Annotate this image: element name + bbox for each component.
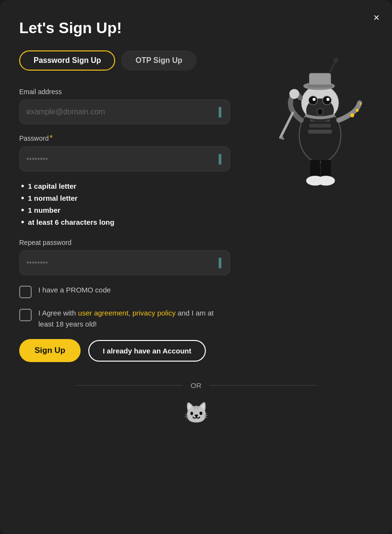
agree-checkbox[interactable] <box>19 309 32 321</box>
cat-face-icon[interactable]: 🐱 <box>184 401 209 425</box>
signup-modal: × Let's Sign Up! Password Sign Up OTP Si… <box>0 0 392 534</box>
promo-label: I have a PROMO code <box>38 285 111 296</box>
divider: OR <box>76 381 316 389</box>
agree-checkbox-row: I Agree with user agreement, privacy pol… <box>19 308 230 329</box>
email-input-wrapper: ║ <box>19 99 230 124</box>
password-toggle-icon[interactable]: ║ <box>217 154 223 164</box>
svg-point-17 <box>350 113 354 117</box>
repeat-password-label: Repeat password <box>19 239 230 246</box>
repeat-password-input-wrapper: ║ <box>19 250 230 275</box>
svg-point-10 <box>317 109 323 115</box>
privacy-policy-link[interactable]: privacy policy <box>132 309 176 317</box>
tab-password-signup[interactable]: Password Sign Up <box>19 50 115 71</box>
hint-length: at least 6 characters long <box>21 217 230 227</box>
svg-point-25 <box>317 176 335 186</box>
divider-line-right <box>209 385 316 386</box>
promo-checkbox[interactable] <box>19 286 32 298</box>
agree-label: I Agree with user agreement, privacy pol… <box>38 308 230 329</box>
svg-rect-2 <box>309 124 331 128</box>
svg-point-19 <box>360 103 362 105</box>
action-buttons: Sign Up I already have an Account <box>19 339 230 362</box>
divider-label: OR <box>190 381 202 389</box>
social-login-row: 🐱 <box>19 401 373 425</box>
password-hints-list: 1 capital letter 1 normal letter 1 numbe… <box>19 181 230 227</box>
divider-line-left <box>76 385 183 386</box>
password-input-wrapper: ║ <box>19 146 230 171</box>
user-agreement-link[interactable]: user agreement <box>78 309 129 317</box>
hint-number: 1 number <box>21 205 230 215</box>
svg-point-8 <box>313 98 316 101</box>
password-input[interactable] <box>26 147 217 171</box>
have-account-button[interactable]: I already have an Account <box>88 340 206 362</box>
svg-line-20 <box>280 113 293 138</box>
svg-point-16 <box>289 89 299 99</box>
hint-capital: 1 capital letter <box>21 181 230 191</box>
repeat-password-input[interactable] <box>26 251 217 275</box>
promo-checkbox-row: I have a PROMO code <box>19 285 230 298</box>
svg-rect-13 <box>308 85 333 87</box>
tab-otp-signup[interactable]: OTP Sign Up <box>121 50 196 71</box>
password-label: Password* <box>19 134 230 143</box>
tabs-row: Password Sign Up OTP Sign Up <box>19 50 373 71</box>
signup-form: Email address ║ Password* ║ 1 capital le… <box>19 88 230 362</box>
svg-point-18 <box>356 109 358 112</box>
repeat-password-toggle-icon[interactable]: ║ <box>217 258 223 268</box>
signup-button[interactable]: Sign Up <box>19 339 81 362</box>
email-label: Email address <box>19 88 230 96</box>
email-icon: ║ <box>217 107 223 117</box>
hint-normal: 1 normal letter <box>21 193 230 203</box>
close-button[interactable]: × <box>371 11 381 25</box>
svg-point-9 <box>326 98 329 101</box>
email-input[interactable] <box>26 100 217 124</box>
required-indicator: * <box>49 134 52 143</box>
svg-rect-3 <box>308 130 332 134</box>
page-title: Let's Sign Up! <box>19 19 373 37</box>
